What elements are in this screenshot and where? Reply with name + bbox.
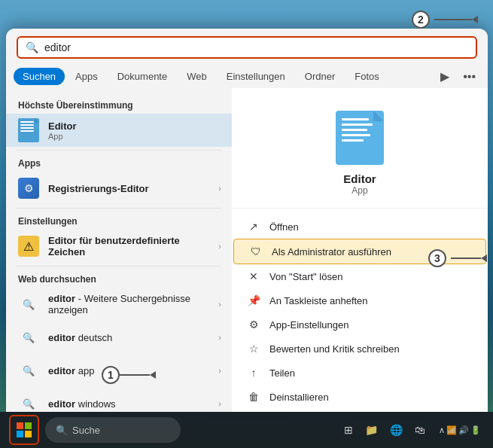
web-result-1-text: editor - Weitere Suchergebnisse anzeigen	[48, 293, 211, 315]
uninstall-icon: 🗑	[247, 390, 260, 404]
annotation-1: 1	[102, 366, 156, 384]
web-search-icon-1: 🔍	[17, 292, 41, 316]
pin-taskbar-icon: 📌	[247, 294, 260, 307]
divider-3	[17, 266, 221, 267]
web-result-4-name: editor windows	[48, 398, 211, 410]
search-icon: 🔍	[26, 41, 38, 53]
battery-icon[interactable]: 🔋	[470, 425, 481, 435]
badge-3: 3	[428, 249, 446, 267]
left-panel: Höchste Übereinstimmung Editor App	[6, 88, 232, 412]
registrierungs-icon: ⚙	[17, 176, 41, 200]
network-icon[interactable]: 📶	[446, 425, 457, 435]
open-icon: ↗	[247, 220, 260, 233]
tab-einstellungen[interactable]: Einstellungen	[218, 68, 294, 85]
annotation-3: 3	[428, 249, 487, 267]
web-result-2-name: editor deutsch	[48, 332, 211, 343]
options-icon[interactable]: •••	[458, 69, 480, 85]
action-pin-taskbar-label: An Taskleiste anheften	[269, 295, 368, 306]
volume-icon[interactable]: 🔊	[458, 425, 469, 435]
tab-ordner[interactable]: Ordner	[296, 68, 344, 85]
svg-rect-0	[17, 422, 23, 429]
windows-logo-icon	[15, 421, 33, 439]
action-pin-taskbar[interactable]: 📌 An Taskleiste anheften	[232, 288, 488, 312]
web-result-1-name: editor - Weitere Suchergebnisse anzeigen	[48, 293, 211, 315]
action-rate[interactable]: ☆ Bewerten und Kritik schreiben	[232, 337, 488, 361]
editor-app-text: Editor App	[48, 120, 221, 141]
web-result-4[interactable]: 🔍 editor windows ›	[6, 387, 232, 412]
tray-up-icon[interactable]: ∧	[439, 425, 445, 435]
search-input-wrapper: 🔍	[17, 36, 477, 59]
action-app-settings-label: App-Einstellungen	[269, 319, 349, 331]
badge-1: 1	[102, 366, 120, 384]
web-result-2[interactable]: 🔍 editor deutsch ›	[6, 321, 232, 354]
store-icon[interactable]: 🛍	[410, 421, 430, 439]
web-search-icon-4: 🔍	[17, 392, 41, 412]
web-result-2-text: editor deutsch	[48, 332, 211, 343]
admin-icon: 🛡	[249, 245, 263, 258]
system-tray: ∧ 📶 🔊 🔋	[433, 425, 487, 435]
action-share[interactable]: ↑ Teilen	[232, 361, 488, 385]
svg-rect-1	[25, 422, 32, 429]
search-panel: 🔍 Suchen Apps Dokumente Web Einstellunge…	[6, 29, 488, 412]
custom-editor-name: Editor für benutzerdefinierte Zeichen	[48, 235, 211, 258]
web-result-1[interactable]: 🔍 editor - Weitere Suchergebnisse anzeig…	[6, 288, 232, 321]
editor-app-result[interactable]: Editor App	[6, 114, 232, 147]
apps-header: Apps	[6, 154, 232, 172]
right-app-name: Editor	[343, 172, 376, 185]
share-icon: ↑	[247, 366, 260, 379]
tab-dokumente[interactable]: Dokumente	[108, 68, 176, 85]
divider-1	[17, 150, 221, 151]
action-share-label: Teilen	[269, 367, 295, 379]
file-explorer-icon[interactable]: 📁	[361, 421, 382, 439]
taskbar-search-label: Suche	[72, 425, 100, 436]
unpin-start-icon: ✕	[247, 270, 260, 283]
badge-2: 2	[412, 11, 430, 29]
chevron-icon-5: ›	[218, 366, 221, 375]
chevron-icon-6: ›	[218, 399, 221, 408]
action-open-label: Öffnen	[269, 221, 299, 233]
registrierungs-editor-result[interactable]: ⚙ Registrierungs-Editor ›	[6, 172, 232, 205]
editor-app-icon	[17, 118, 41, 142]
chevron-icon-4: ›	[218, 333, 221, 342]
svg-rect-2	[17, 431, 23, 437]
taskbar-search-icon: 🔍	[56, 425, 68, 436]
action-open[interactable]: ↗ Öffnen	[232, 215, 488, 239]
action-uninstall-label: Deinstallieren	[269, 392, 329, 403]
annotation-2: 2	[412, 11, 478, 29]
action-rate-label: Bewerten und Kritik schreiben	[269, 343, 400, 355]
content-area: Höchste Übereinstimmung Editor App	[6, 88, 488, 412]
editor-big-icon	[336, 111, 384, 165]
right-app-type: App	[351, 185, 367, 196]
search-input[interactable]	[44, 41, 468, 53]
einstellungen-header: Einstellungen	[6, 212, 232, 230]
right-actions: ↗ Öffnen 🛡 Als Administrator ausführen ✕…	[232, 209, 488, 412]
taskview-icon[interactable]: ⊞	[339, 421, 358, 439]
search-box-area: 🔍	[6, 29, 488, 63]
action-app-settings[interactable]: ⚙ App-Einstellungen	[232, 312, 488, 337]
tab-web[interactable]: Web	[178, 68, 216, 85]
chevron-icon-3: ›	[218, 300, 221, 309]
editor-app-type: App	[48, 132, 221, 141]
web-search-icon-3: 🔍	[17, 358, 41, 382]
tab-fotos[interactable]: Fotos	[345, 68, 388, 85]
chevron-icon-2: ›	[218, 242, 221, 251]
action-unpin-start-label: Von "Start" lösen	[269, 271, 342, 282]
taskbar-right: ⊞ 📁 🌐 🛍 ∧ 📶 🔊 🔋	[339, 421, 487, 439]
tab-suchen[interactable]: Suchen	[14, 68, 65, 85]
more-icon[interactable]: ▶	[436, 68, 454, 85]
custom-editor-text: Editor für benutzerdefinierte Zeichen	[48, 235, 211, 258]
web-result-4-text: editor windows	[48, 398, 211, 410]
svg-rect-3	[25, 431, 32, 437]
editor-app-name: Editor	[48, 120, 221, 132]
tab-apps[interactable]: Apps	[66, 68, 107, 85]
start-button[interactable]	[9, 415, 39, 445]
taskbar: 🔍 Suche ⊞ 📁 🌐 🛍 ∧ 📶 🔊 🔋	[0, 412, 493, 448]
action-admin-label: Als Administrator ausführen	[272, 246, 391, 258]
edge-icon[interactable]: 🌐	[385, 421, 407, 439]
registrierungs-text: Registrierungs-Editor	[48, 183, 211, 194]
custom-editor-result[interactable]: ⚠ Editor für benutzerdefinierte Zeichen …	[6, 230, 232, 263]
action-uninstall[interactable]: 🗑 Deinstallieren	[232, 385, 488, 409]
taskbar-search[interactable]: 🔍 Suche	[45, 417, 181, 443]
action-unpin-start[interactable]: ✕ Von "Start" lösen	[232, 264, 488, 288]
filter-tabs: Suchen Apps Dokumente Web Einstellungen …	[6, 63, 488, 88]
